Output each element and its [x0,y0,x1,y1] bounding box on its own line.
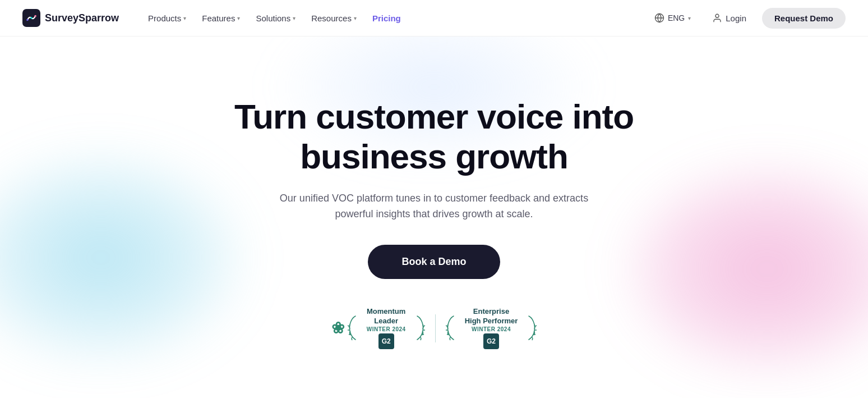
chevron-down-icon: ▾ [354,15,357,21]
laurel-left-icon: ❀ [331,321,344,336]
svg-point-6 [715,14,719,17]
hero-subtitle: Our unified VOC platform tunes in to cus… [260,190,608,223]
svg-point-2 [30,17,33,19]
hero-title: Turn customer voice into business growth [193,97,675,177]
g2-icon-2: G2 [483,333,499,349]
chevron-down-icon: ▾ [183,15,186,21]
hero-content: Turn customer voice into business growth… [193,97,675,307]
user-icon [712,13,722,23]
chevron-down-icon: ▾ [293,15,296,21]
login-button[interactable]: Login [705,10,753,26]
logo[interactable]: SurveySparrow [22,9,119,27]
hero-section: Turn customer voice into business growth… [0,36,868,398]
chevron-down-icon: ▾ [688,15,691,21]
badges-row: ❀ Momentum Leader WINTER 2024 G2 [331,307,537,349]
laurel-wreath-right-2-icon [521,314,537,342]
request-demo-button[interactable]: Request Demo [762,8,846,29]
laurel-wreath-left-2-icon [446,314,461,342]
badge-enterprise-high-performer: Enterprise High Performer WINTER 2024 G2 [446,307,537,349]
nav-item-solutions[interactable]: Solutions ▾ [249,10,302,26]
nav-item-resources[interactable]: Resources ▾ [304,10,363,26]
laurel-wreath-left-icon [348,314,363,342]
svg-point-1 [26,19,29,21]
badge-1-content: Momentum Leader WINTER 2024 G2 [367,307,406,349]
nav-links: Products ▾ Features ▾ Solutions ▾ Resour… [141,10,649,26]
nav-item-features[interactable]: Features ▾ [195,10,247,26]
badge-divider [435,314,436,342]
nav-right: ENG ▾ Login Request Demo [649,8,846,29]
globe-icon [654,13,664,23]
nav-item-pricing[interactable]: Pricing [366,10,408,26]
badge-momentum-leader: ❀ Momentum Leader WINTER 2024 G2 [331,307,425,349]
chevron-down-icon: ▾ [237,15,240,21]
nav-item-products[interactable]: Products ▾ [141,10,193,26]
badge-2-content: Enterprise High Performer WINTER 2024 G2 [465,307,518,349]
svg-point-3 [34,15,36,17]
navbar: SurveySparrow Products ▾ Features ▾ Solu… [0,0,868,36]
laurel-wreath-right-icon [409,314,425,342]
book-demo-button[interactable]: Book a Demo [368,245,500,279]
logo-text: SurveySparrow [45,12,119,24]
g2-icon: G2 [378,333,394,349]
language-selector[interactable]: ENG ▾ [649,10,696,26]
